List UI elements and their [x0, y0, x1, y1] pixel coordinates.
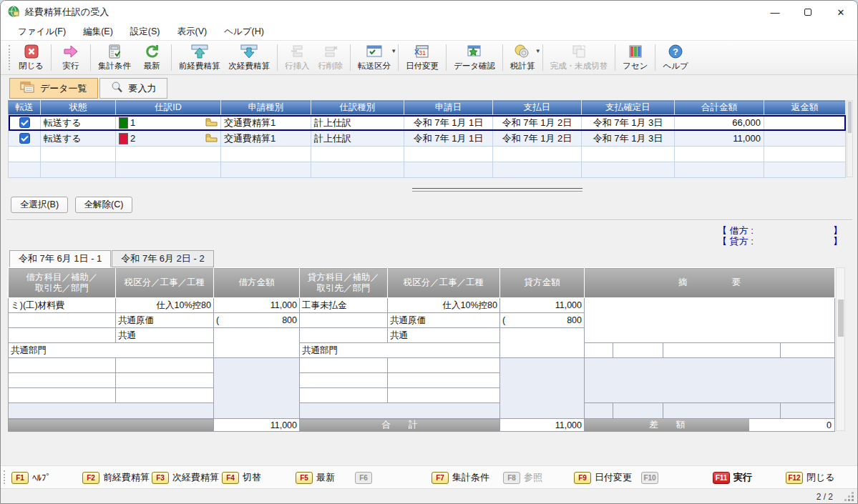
fn-f5-refresh[interactable]: F5最新: [296, 466, 335, 489]
next-expense-button[interactable]: 次経費精算: [225, 41, 275, 74]
table-cell[interactable]: 転送する: [41, 131, 116, 147]
close-button[interactable]: 閉じる: [14, 41, 48, 74]
table-cell[interactable]: 11,000: [500, 298, 585, 313]
folder-icon[interactable]: [205, 133, 218, 144]
table-cell[interactable]: [388, 358, 500, 373]
table-cell[interactable]: [404, 147, 493, 162]
table-cell[interactable]: 仕入10%控80: [116, 298, 214, 313]
table-cell[interactable]: [764, 162, 846, 178]
fn-f4-toggle[interactable]: F4切替: [222, 466, 261, 489]
table-cell[interactable]: 共通原価: [388, 313, 500, 328]
date-change-button[interactable]: 31 日付変更: [401, 41, 443, 74]
table-cell[interactable]: [675, 162, 764, 178]
table-cell[interactable]: [500, 358, 585, 419]
menu-file[interactable]: ファイル(F): [9, 24, 74, 39]
table-cell[interactable]: 転送する: [41, 115, 116, 131]
table-cell[interactable]: 共通: [116, 328, 214, 343]
detail-row[interactable]: 共通部門 共通部門: [9, 343, 835, 358]
upper-table-scrollbar[interactable]: [847, 100, 853, 177]
table-cell[interactable]: [9, 358, 116, 373]
table-cell[interactable]: [300, 373, 388, 388]
table-cell[interactable]: [9, 162, 41, 178]
tab-data-list[interactable]: データ一覧: [9, 78, 98, 99]
transfer-checkbox[interactable]: [19, 117, 30, 128]
table-cell[interactable]: [9, 328, 116, 343]
table-cell[interactable]: [116, 373, 214, 388]
table-cell[interactable]: [9, 313, 116, 328]
menu-help[interactable]: ヘルプ(H): [215, 24, 273, 39]
table-cell[interactable]: [582, 162, 675, 178]
table-cell[interactable]: 共通原価: [116, 313, 214, 328]
table-cell[interactable]: 交通費精算1: [221, 131, 311, 147]
summary-cell[interactable]: [585, 358, 835, 403]
summary-subcells[interactable]: [585, 343, 835, 358]
table-cell[interactable]: [764, 147, 846, 162]
table-cell[interactable]: [116, 388, 214, 403]
table-cell[interactable]: [221, 147, 311, 162]
transfer-class-button[interactable]: 転送区分 ▼: [354, 41, 395, 74]
table-cell[interactable]: [300, 328, 388, 343]
table-cell[interactable]: [388, 388, 500, 403]
table-row[interactable]: 転送する 2 交通費精算1 計上仕訳 令和 7年 1月 1日 令和 7年 1月 …: [9, 131, 846, 147]
table-row[interactable]: [9, 162, 846, 178]
data-check-button[interactable]: データ確認: [449, 41, 499, 74]
table-cell[interactable]: [116, 358, 214, 373]
table-cell[interactable]: ミ)(工)材料費: [9, 298, 116, 313]
table-cell[interactable]: [764, 115, 846, 131]
resize-grip[interactable]: [852, 499, 854, 501]
table-cell[interactable]: [500, 328, 585, 358]
table-cell[interactable]: 仕入10%控80: [388, 298, 500, 313]
splitter-handle[interactable]: [412, 188, 582, 192]
table-cell[interactable]: 令和 7年 1月 1日: [404, 115, 493, 131]
table-cell[interactable]: 令和 7年 1月 2日: [493, 115, 582, 131]
fn-f3-next-expense[interactable]: F3次経費精算: [152, 466, 219, 489]
chevron-down-icon[interactable]: ▼: [535, 48, 541, 54]
refresh-button[interactable]: 最新: [135, 41, 168, 74]
minimize-button[interactable]: —: [759, 1, 791, 24]
menu-settings[interactable]: 設定(S): [122, 24, 169, 39]
fusen-button[interactable]: フセン: [618, 41, 652, 74]
fn-f7-aggregate-conditions[interactable]: F7集計条件: [432, 466, 489, 489]
table-cell[interactable]: 共通: [388, 328, 500, 343]
table-row[interactable]: [9, 147, 846, 162]
table-cell[interactable]: 1: [116, 115, 221, 131]
scrollbar-thumb[interactable]: [848, 102, 852, 133]
table-cell[interactable]: [582, 147, 675, 162]
table-cell[interactable]: 2: [116, 131, 221, 147]
table-cell[interactable]: 計上仕訳: [311, 115, 404, 131]
table-cell[interactable]: [311, 162, 404, 178]
entry-tab-2[interactable]: 令和 7年 6月 2日 - 2: [112, 250, 213, 267]
help-button[interactable]: ? ヘルプ: [658, 41, 692, 74]
table-cell[interactable]: [41, 147, 116, 162]
table-cell[interactable]: [300, 403, 500, 419]
menu-view[interactable]: 表示(V): [168, 24, 215, 39]
table-cell[interactable]: [9, 403, 214, 419]
fn-f2-prev-expense[interactable]: F2前経費精算: [82, 466, 150, 489]
tax-calc-button[interactable]: 税計算 ▼: [506, 41, 540, 74]
table-cell[interactable]: [116, 162, 221, 178]
table-cell[interactable]: 工事未払金: [300, 298, 388, 313]
table-cell[interactable]: 交通費精算1: [221, 115, 311, 131]
table-cell[interactable]: [9, 115, 41, 131]
table-cell[interactable]: 11,000: [675, 131, 764, 147]
table-cell[interactable]: (800: [500, 313, 585, 328]
entry-tab-1[interactable]: 令和 7年 6月 1日 - 1: [9, 250, 111, 267]
table-cell[interactable]: [9, 131, 41, 147]
detail-row[interactable]: [9, 403, 835, 419]
run-button[interactable]: 実行: [54, 41, 87, 74]
summary-subcells[interactable]: [585, 403, 835, 419]
prev-expense-button[interactable]: 前経費精算: [175, 41, 225, 74]
table-cell[interactable]: [388, 373, 500, 388]
detail-row[interactable]: [9, 358, 835, 373]
lower-table-scrollbar[interactable]: [836, 267, 845, 431]
transfer-checkbox[interactable]: [19, 133, 30, 144]
select-all-button[interactable]: 全選択(B): [11, 197, 68, 213]
table-cell[interactable]: 11,000: [214, 298, 300, 313]
table-cell[interactable]: [300, 358, 388, 373]
function-bar-grip[interactable]: [4, 470, 5, 484]
fn-f1-help[interactable]: F1ﾍﾙﾌﾟ: [11, 466, 51, 489]
toolbar-grip[interactable]: [9, 45, 12, 70]
table-cell[interactable]: [116, 147, 221, 162]
table-cell[interactable]: (800: [214, 313, 300, 328]
table-cell[interactable]: [300, 388, 388, 403]
